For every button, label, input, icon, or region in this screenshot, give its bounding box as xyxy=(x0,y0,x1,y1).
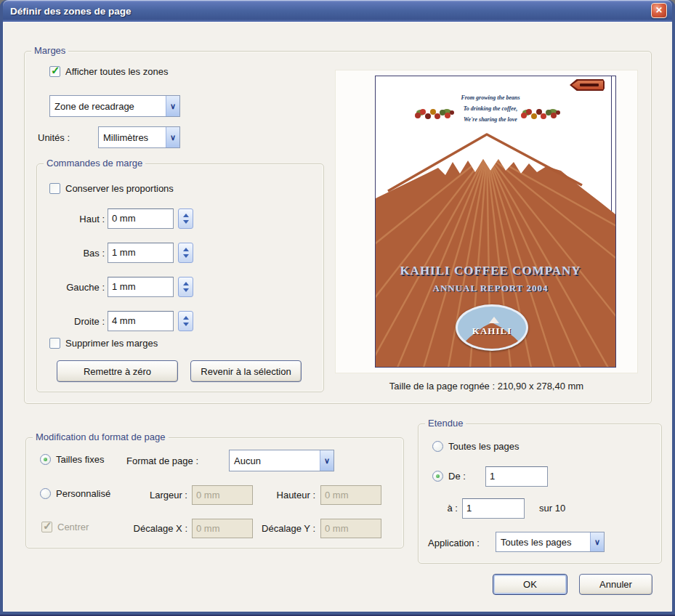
logo-wordmark: KAHILI xyxy=(458,325,526,337)
margin-right-stepper[interactable] xyxy=(178,311,193,331)
from-page-radio[interactable]: De : xyxy=(432,471,466,482)
radio-circle xyxy=(432,471,443,482)
offset-y-label: Décalage Y : xyxy=(256,523,315,534)
page-script-text: From growing the beans To drinking the c… xyxy=(376,92,605,125)
chevron-down-icon[interactable]: ∨ xyxy=(320,450,334,471)
check-icon: ✓ xyxy=(43,519,52,532)
radio-dot xyxy=(436,474,440,478)
cropped-size-caption: Taille de la page rognée : 210,90 x 278,… xyxy=(335,381,638,392)
all-pages-radio[interactable]: Toutes les pages xyxy=(432,441,520,452)
margin-top-field[interactable]: 0 mm xyxy=(108,208,174,229)
group-margin-controls-label: Commandes de marge xyxy=(44,158,145,169)
check-icon: ✓ xyxy=(51,64,60,77)
center-checkbox: ✓ Centrer xyxy=(41,522,89,532)
units-value: Millimètres xyxy=(99,132,166,143)
spinner-down-icon[interactable] xyxy=(183,254,189,258)
margin-left-label: Gauche : xyxy=(47,282,105,293)
margin-right-field[interactable]: 4 mm xyxy=(108,311,174,331)
units-label: Unités : xyxy=(38,132,70,143)
height-field: 0 mm xyxy=(320,485,381,505)
from-page-field[interactable]: 1 xyxy=(485,466,548,487)
width-label: Largeur : xyxy=(134,490,187,500)
page-corner-tag-text xyxy=(580,84,599,86)
show-all-zones-checkbox[interactable]: ✓ Afficher toutes les zones xyxy=(49,66,168,77)
checkbox-box xyxy=(49,338,60,349)
radio-dot xyxy=(44,458,47,461)
margin-right-label: Droite : xyxy=(47,316,105,327)
margin-bottom-field[interactable]: 1 mm xyxy=(108,243,174,263)
margin-left-stepper[interactable] xyxy=(178,277,193,297)
coffee-cherries-icon xyxy=(520,105,562,123)
script-line: From growing the beans xyxy=(376,92,605,103)
margin-left-field[interactable]: 1 mm xyxy=(108,277,174,297)
all-pages-label: Toutes les pages xyxy=(448,441,520,452)
company-title: KAHILI COFFEE COMPANY xyxy=(376,264,605,278)
dialog-title: Définir des zones de page xyxy=(3,6,132,17)
custom-size-label: Personnalisé xyxy=(56,488,110,499)
group-page-format-label: Modification du format de page xyxy=(33,431,169,442)
spinner-up-icon[interactable] xyxy=(183,248,189,251)
spinner-up-icon[interactable] xyxy=(183,214,189,217)
ok-button[interactable]: OK xyxy=(493,574,567,595)
group-marges-label: Marges xyxy=(31,45,68,56)
remove-margins-label: Supprimer les marges xyxy=(65,338,158,349)
logo-snowcap xyxy=(489,317,499,323)
page-format-label: Format de page : xyxy=(126,455,198,466)
chevron-down-icon[interactable]: ∨ xyxy=(590,532,604,551)
cancel-button[interactable]: Annuler xyxy=(579,574,652,595)
margin-bottom-stepper[interactable] xyxy=(178,243,193,263)
center-label: Centrer xyxy=(57,522,89,532)
to-label: à : xyxy=(439,503,458,514)
zone-type-select[interactable]: Zone de recadrage ∨ xyxy=(49,95,180,117)
kahili-logo: KAHILI xyxy=(456,304,528,351)
page-boxes-dialog: Définir des zones de page ✕ Marges ✓ Aff… xyxy=(0,0,675,616)
dialog-body: Marges ✓ Afficher toutes les zones Zone … xyxy=(3,22,672,612)
zone-type-value: Zone de recadrage xyxy=(50,101,166,112)
spinner-up-icon[interactable] xyxy=(183,316,189,320)
revert-selection-button[interactable]: Revenir à la sélection xyxy=(190,360,302,382)
checkbox-box: ✓ xyxy=(49,66,60,77)
chevron-down-icon[interactable]: ∨ xyxy=(166,96,179,116)
radio-circle xyxy=(432,441,443,452)
page-thumbnail[interactable]: From growing the beans To drinking the c… xyxy=(375,76,616,368)
margin-top-label: Haut : xyxy=(47,214,105,224)
fixed-sizes-radio[interactable]: Tailles fixes xyxy=(40,454,104,465)
page-count-label: sur 10 xyxy=(539,503,565,514)
spinner-up-icon[interactable] xyxy=(183,282,189,285)
constrain-proportions-label: Conserver les proportions xyxy=(65,183,174,194)
offset-x-field: 0 mm xyxy=(192,519,253,538)
reset-zero-button[interactable]: Remettre à zéro xyxy=(57,360,178,382)
radio-circle xyxy=(40,454,51,465)
script-line: To drinking the coffee, xyxy=(376,103,605,114)
fixed-sizes-label: Tailles fixes xyxy=(56,454,104,465)
to-page-field[interactable]: 1 xyxy=(462,498,525,519)
show-all-zones-label: Afficher toutes les zones xyxy=(65,66,168,77)
spinner-down-icon[interactable] xyxy=(183,323,189,326)
checkbox-box: ✓ xyxy=(41,522,52,532)
margin-bottom-label: Bas : xyxy=(47,248,105,259)
custom-size-radio[interactable]: Personnalisé xyxy=(40,488,110,499)
titlebar[interactable]: Définir des zones de page ✕ xyxy=(3,0,672,22)
remove-margins-checkbox[interactable]: Supprimer les marges xyxy=(49,338,158,349)
offset-y-field: 0 mm xyxy=(320,519,381,538)
page-format-select[interactable]: Aucun ∨ xyxy=(229,450,334,471)
page-format-value: Aucun xyxy=(230,455,320,466)
margin-top-stepper[interactable] xyxy=(178,208,193,229)
coffee-cherries-icon xyxy=(413,105,456,123)
close-icon[interactable]: ✕ xyxy=(651,3,667,18)
units-select[interactable]: Millimètres ∨ xyxy=(98,126,180,148)
apply-to-value: Toutes les pages xyxy=(496,537,590,548)
spinner-down-icon[interactable] xyxy=(183,288,189,292)
offset-x-label: Décalage X : xyxy=(110,523,187,534)
from-label: De : xyxy=(448,471,466,482)
apply-to-select[interactable]: Toutes les pages ∨ xyxy=(496,532,605,552)
spinner-down-icon[interactable] xyxy=(183,220,189,224)
report-subtitle: ANNUAL REPORT 2004 xyxy=(376,283,605,294)
radio-circle xyxy=(40,488,51,499)
apply-to-label: Application : xyxy=(428,538,480,548)
chevron-down-icon[interactable]: ∨ xyxy=(166,127,179,147)
checkbox-box xyxy=(49,183,60,194)
page-corner-tag xyxy=(570,79,605,91)
constrain-proportions-checkbox[interactable]: Conserver les proportions xyxy=(49,183,174,194)
width-field: 0 mm xyxy=(192,485,253,505)
